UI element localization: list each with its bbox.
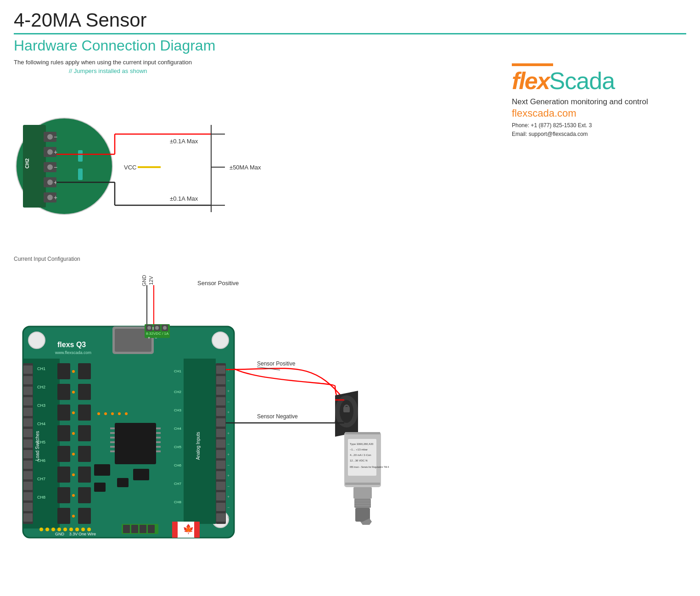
svg-text:CH6: CH6: [174, 463, 182, 467]
logo-email: Email: support@flexscada.com: [512, 130, 686, 139]
svg-rect-78: [23, 450, 33, 458]
svg-rect-107: [78, 487, 91, 503]
svg-rect-71: [23, 376, 33, 384]
logo-container: flex Scada: [512, 67, 686, 95]
svg-text:CH3: CH3: [37, 403, 45, 408]
main-svg: GND 12V Sensor Positive flexs Q3 www.fle…: [14, 267, 555, 551]
svg-text:+: +: [227, 410, 230, 415]
svg-rect-125: [94, 483, 106, 492]
logo-phone: Phone: +1 (877) 825-1530 Ext. 3: [512, 121, 686, 130]
svg-point-94: [72, 391, 75, 394]
svg-point-183: [57, 528, 61, 531]
svg-rect-154: [216, 492, 225, 500]
svg-rect-150: [216, 450, 225, 458]
svg-rect-191: [194, 522, 200, 538]
svg-text:+: +: [227, 516, 230, 520]
svg-text:12...36 VDC  N: 12...36 VDC N: [350, 459, 368, 462]
svg-text:CH1: CH1: [37, 366, 45, 371]
svg-rect-115: [110, 450, 115, 452]
svg-rect-113: [110, 441, 115, 443]
svg-point-56: [163, 326, 167, 330]
svg-text:CH7: CH7: [37, 477, 45, 481]
svg-rect-91: [57, 487, 70, 503]
svg-rect-101: [78, 363, 91, 379]
svg-rect-145: [216, 397, 225, 405]
svg-text:12V: 12V: [148, 276, 154, 285]
svg-text:CH2: CH2: [37, 385, 45, 389]
svg-text:8-32VDC / 1A: 8-32VDC / 1A: [146, 332, 169, 336]
svg-rect-84: [23, 513, 33, 522]
circuit-svg: CH2 − + − + +: [14, 79, 271, 244]
svg-rect-144: [216, 387, 225, 395]
svg-point-55: [155, 326, 159, 330]
svg-text:Type 3390,260,420: Type 3390,260,420: [350, 443, 374, 445]
svg-text:−: −: [155, 336, 157, 340]
svg-rect-178: [140, 525, 146, 533]
svg-rect-109: [115, 423, 156, 464]
svg-rect-81: [23, 482, 33, 490]
svg-text:−: −: [227, 378, 230, 383]
rules-text: The following rules apply when using the…: [14, 59, 512, 66]
svg-text:+: +: [227, 389, 230, 394]
svg-rect-122: [94, 464, 110, 476]
svg-text:CH7: CH7: [174, 482, 182, 486]
logo-contact: Phone: +1 (877) 825-1530 Ext. 3 Email: s…: [512, 121, 686, 139]
svg-point-6: [47, 149, 53, 155]
svg-rect-118: [156, 437, 161, 439]
svg-rect-80: [23, 471, 33, 479]
svg-rect-142: [216, 365, 225, 374]
svg-text:CH8: CH8: [37, 495, 45, 500]
main-diagram: GND 12V Sensor Positive flexs Q3 www.fle…: [14, 267, 686, 553]
svg-rect-87: [57, 405, 70, 421]
svg-rect-119: [156, 441, 161, 443]
svg-text:+: +: [54, 194, 57, 201]
svg-rect-156: [216, 513, 225, 522]
svg-rect-176: [123, 525, 130, 533]
logo-flex: flex: [512, 67, 549, 95]
svg-rect-112: [110, 437, 115, 439]
svg-text:VCC: VCC: [124, 164, 136, 171]
svg-rect-103: [78, 405, 91, 421]
svg-point-130: [125, 412, 128, 415]
svg-rect-82: [23, 492, 33, 500]
svg-rect-143: [216, 376, 225, 384]
svg-rect-106: [78, 467, 91, 483]
svg-point-181: [45, 528, 49, 531]
svg-rect-76: [23, 429, 33, 437]
svg-text:±50MA Max: ±50MA Max: [230, 164, 261, 171]
left-diagram: The following rules apply when using the…: [14, 59, 512, 262]
svg-rect-111: [110, 432, 115, 434]
svg-rect-89: [57, 446, 70, 462]
svg-rect-116: [156, 427, 161, 429]
svg-text:−: −: [227, 399, 230, 404]
svg-rect-92: [57, 508, 70, 524]
svg-rect-19: [78, 169, 83, 180]
svg-point-97: [72, 453, 75, 455]
svg-rect-204: [345, 483, 380, 485]
svg-rect-74: [23, 408, 33, 416]
svg-rect-90: [57, 467, 70, 483]
logo-bar: [512, 63, 553, 66]
svg-text:+: +: [227, 473, 230, 478]
svg-text:CH4: CH4: [174, 427, 182, 431]
svg-point-40: [28, 332, 45, 349]
svg-point-128: [111, 412, 114, 415]
svg-rect-88: [57, 425, 70, 441]
logo-scada: Scada: [549, 67, 615, 95]
svg-text:+: +: [148, 336, 150, 340]
svg-text:Load Switches: Load Switches: [35, 431, 40, 461]
svg-text:Sensor Negative: Sensor Negative: [257, 413, 298, 420]
svg-text:CH8: CH8: [174, 500, 182, 504]
svg-point-93: [72, 370, 75, 373]
svg-text:−: −: [227, 442, 230, 446]
svg-text:+: +: [227, 431, 230, 436]
svg-text:www.flexscada.com: www.flexscada.com: [55, 350, 91, 355]
logo-tagline: Next Generation monitoring and control: [512, 97, 686, 107]
svg-point-129: [118, 412, 121, 415]
svg-rect-177: [131, 525, 138, 533]
svg-rect-108: [78, 508, 91, 524]
svg-text:GND: GND: [55, 532, 65, 536]
svg-rect-153: [216, 482, 225, 490]
svg-text:+: +: [227, 452, 230, 457]
svg-rect-155: [216, 503, 225, 511]
